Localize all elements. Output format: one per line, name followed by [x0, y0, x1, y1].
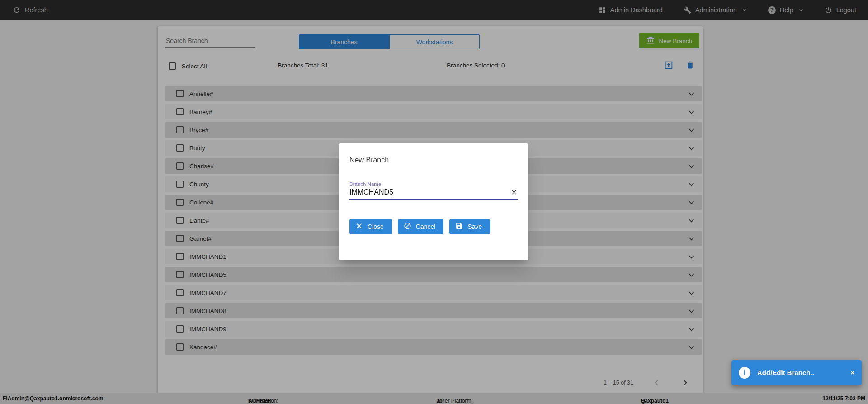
branch-name-field: Branch Name IMMCHAND5 [349, 181, 518, 200]
info-icon: i [739, 367, 750, 379]
text-cursor [394, 188, 395, 196]
dialog-buttons: Close Cancel Save [349, 219, 518, 234]
cancel-icon [404, 222, 411, 231]
toast-close-icon[interactable]: × [850, 369, 854, 376]
save-label: Save [467, 223, 482, 230]
cancel-button[interactable]: Cancel [398, 219, 444, 234]
save-button[interactable]: Save [449, 219, 490, 234]
save-icon [455, 222, 463, 231]
branch-name-value: IMMCHAND5 [349, 188, 393, 196]
close-icon [355, 222, 363, 231]
branch-name-label: Branch Name [349, 181, 518, 187]
cancel-label: Cancel [416, 223, 436, 230]
toast-notification: i Add/Edit Branch.. × [731, 360, 862, 385]
dialog-title: New Branch [349, 156, 518, 164]
toast-message: Add/Edit Branch.. [757, 369, 814, 376]
clear-input-icon[interactable] [510, 189, 518, 196]
close-label: Close [368, 223, 384, 230]
branch-name-input[interactable]: IMMCHAND5 [349, 188, 518, 200]
new-branch-dialog: New Branch Branch Name IMMCHAND5 Close C… [339, 143, 528, 260]
close-button[interactable]: Close [349, 219, 392, 234]
